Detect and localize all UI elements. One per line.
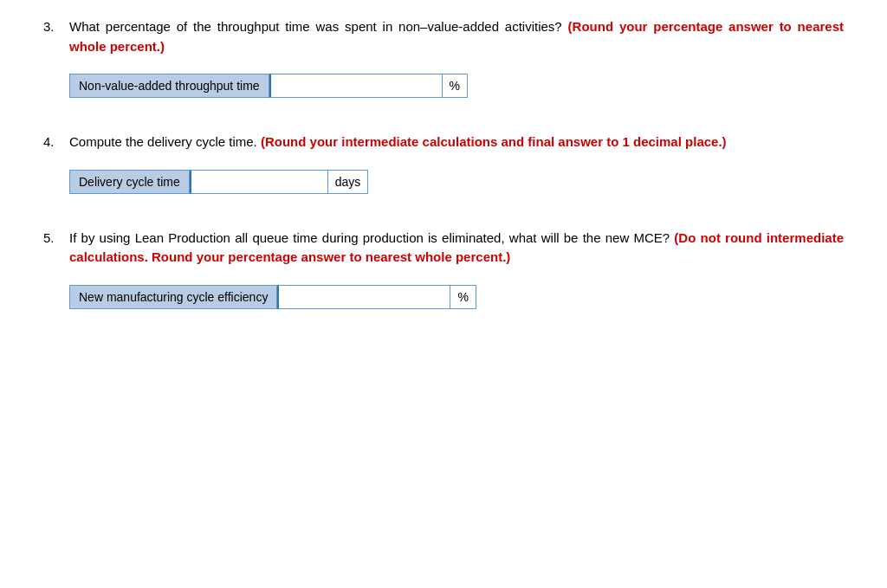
- question-5-answer-row: New manufacturing cycle efficiency %: [69, 285, 844, 309]
- question-5-plain-text: If by using Lean Production all queue ti…: [69, 230, 670, 245]
- question-4-body: Compute the delivery cycle time. (Round …: [69, 132, 844, 152]
- question-3-input-cell[interactable]: [269, 74, 443, 98]
- question-5-label: New manufacturing cycle efficiency: [69, 285, 277, 309]
- question-4-input[interactable]: [191, 171, 327, 193]
- question-4-number: 4.: [43, 132, 69, 152]
- question-3-input[interactable]: [271, 74, 442, 97]
- question-4-label: Delivery cycle time: [69, 170, 190, 194]
- question-3-label: Non-value-added throughput time: [69, 74, 269, 98]
- question-4-unit: days: [328, 170, 369, 194]
- question-3-number: 3.: [43, 17, 69, 37]
- question-5-number: 5.: [43, 229, 69, 249]
- question-3-body: What percentage of the throughput time w…: [69, 17, 844, 56]
- question-4-input-cell[interactable]: [190, 170, 328, 194]
- question-5: 5. If by using Lean Production all queue…: [43, 229, 844, 309]
- question-5-body: If by using Lean Production all queue ti…: [69, 229, 844, 268]
- question-5-input[interactable]: [279, 286, 450, 308]
- question-4: 4. Compute the delivery cycle time. (Rou…: [43, 132, 844, 194]
- question-4-text: 4. Compute the delivery cycle time. (Rou…: [43, 132, 844, 152]
- question-4-plain-text: Compute the delivery cycle time.: [69, 134, 257, 149]
- question-3: 3. What percentage of the throughput tim…: [43, 17, 844, 98]
- question-5-text: 5. If by using Lean Production all queue…: [43, 229, 844, 268]
- question-3-unit: %: [443, 74, 468, 98]
- question-4-answer-row: Delivery cycle time days: [69, 170, 844, 194]
- question-4-highlight: (Round your intermediate calculations an…: [261, 134, 727, 149]
- question-3-plain-text: What percentage of the throughput time w…: [69, 19, 562, 34]
- question-5-unit: %: [450, 285, 476, 309]
- question-3-text: 3. What percentage of the throughput tim…: [43, 17, 844, 56]
- question-5-input-cell[interactable]: [277, 285, 450, 309]
- question-3-answer-row: Non-value-added throughput time %: [69, 74, 844, 98]
